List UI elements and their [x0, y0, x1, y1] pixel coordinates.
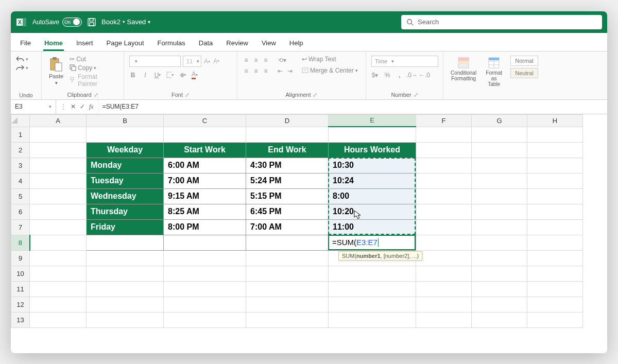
cell-G3[interactable]	[472, 158, 527, 173]
cell-B13[interactable]	[87, 312, 164, 327]
col-header-C[interactable]: C	[164, 114, 246, 127]
cell-B4[interactable]: Tuesday	[87, 173, 164, 188]
cell-G5[interactable]	[472, 188, 527, 204]
border-button[interactable]: ▾	[166, 72, 174, 79]
namebox-expand-icon[interactable]: ⋮	[60, 103, 66, 110]
clipboard-launcher[interactable]: ⤢	[94, 92, 98, 98]
comma-icon[interactable]: ,	[396, 72, 403, 79]
formula-input[interactable]: =SUM(E3:E7	[98, 103, 143, 110]
cell-A4[interactable]	[30, 173, 87, 188]
row-header-7[interactable]: 7	[11, 219, 30, 235]
number-format-select[interactable]: Time	[371, 56, 438, 67]
tab-insert[interactable]: Insert	[75, 35, 94, 51]
cell-C7[interactable]: 8:00 PM	[164, 219, 246, 235]
cell-G1[interactable]	[472, 127, 527, 142]
row-header-10[interactable]: 10	[11, 266, 30, 281]
align-middle-icon[interactable]: ≡	[252, 57, 260, 64]
cell-C12[interactable]	[164, 297, 246, 312]
font-color-button[interactable]: A▾	[191, 72, 198, 79]
cell-E7[interactable]: 11:00	[329, 219, 416, 235]
col-header-F[interactable]: F	[416, 114, 472, 127]
cell-G9[interactable]	[472, 250, 527, 266]
format-painter-button[interactable]: Format Painter	[70, 73, 118, 88]
cell-C8[interactable]	[164, 235, 246, 250]
align-bottom-icon[interactable]: ≡	[262, 57, 269, 64]
cell-G10[interactable]	[472, 266, 527, 281]
cell-H11[interactable]	[527, 281, 583, 297]
decrease-font-icon[interactable]: A▾	[213, 58, 220, 65]
cell-H6[interactable]	[527, 204, 583, 219]
paste-button[interactable]: Paste ▾	[47, 56, 65, 86]
cell-G13[interactable]	[472, 312, 527, 327]
increase-decimal-icon[interactable]: .0→	[408, 72, 416, 79]
cell-F13[interactable]	[416, 312, 472, 327]
name-box[interactable]: E3 ▾	[11, 100, 56, 114]
cell-H8[interactable]	[527, 235, 583, 250]
tab-home[interactable]: Home	[43, 35, 64, 51]
cell-D11[interactable]	[246, 281, 329, 297]
tab-page-layout[interactable]: Page Layout	[106, 35, 145, 51]
font-launcher[interactable]: ⤢	[185, 92, 190, 98]
alignment-launcher[interactable]: ⤢	[313, 92, 317, 98]
italic-button[interactable]: I	[142, 72, 149, 79]
cell-H13[interactable]	[527, 312, 583, 327]
cell-A1[interactable]	[30, 127, 87, 142]
cell-B1[interactable]	[87, 127, 164, 142]
cell-F9[interactable]	[416, 250, 472, 266]
cell-B9[interactable]	[87, 250, 164, 266]
row-header-13[interactable]: 13	[11, 312, 30, 327]
copy-button[interactable]: Copy ▾	[70, 64, 118, 72]
orientation-icon[interactable]: ⟲▾	[279, 57, 286, 64]
cell-E11[interactable]	[329, 281, 416, 297]
row-header-12[interactable]: 12	[11, 297, 30, 312]
col-header-A[interactable]: A	[30, 114, 87, 127]
cell-C3[interactable]: 6:00 AM	[164, 158, 246, 173]
tab-data[interactable]: Data	[198, 35, 214, 51]
cell-D5[interactable]: 5:15 PM	[246, 188, 329, 204]
cancel-formula-icon[interactable]: ✕	[71, 103, 76, 110]
cell-E4[interactable]: 10:24	[329, 173, 416, 188]
wrap-text-button[interactable]: ↩ Wrap Text	[302, 56, 358, 63]
row-header-3[interactable]: 3	[11, 158, 30, 173]
fill-color-button[interactable]: ▾	[179, 72, 186, 79]
col-header-G[interactable]: G	[472, 114, 527, 127]
cell-B2[interactable]: Weekday	[87, 142, 164, 158]
cell-F6[interactable]	[416, 204, 472, 219]
style-normal[interactable]: Normal	[510, 56, 538, 66]
undo-button[interactable]: ▾	[16, 56, 28, 63]
cell-A10[interactable]	[30, 266, 87, 281]
col-header-H[interactable]: H	[527, 114, 583, 127]
font-size-select[interactable]: 11	[183, 56, 201, 67]
cell-D1[interactable]	[246, 127, 329, 142]
cell-F1[interactable]	[416, 127, 472, 142]
increase-indent-icon[interactable]: ⇥	[286, 67, 294, 75]
tab-help[interactable]: Help	[288, 35, 304, 51]
cell-C10[interactable]	[164, 266, 246, 281]
cell-F2[interactable]	[416, 142, 472, 158]
cell-A8[interactable]	[30, 235, 87, 250]
cell-G8[interactable]	[472, 235, 527, 250]
tab-file[interactable]: File	[19, 35, 32, 51]
col-header-D[interactable]: D	[246, 114, 329, 127]
cell-B11[interactable]	[87, 281, 164, 297]
cell-A2[interactable]	[30, 142, 87, 158]
cell-A3[interactable]	[30, 158, 87, 173]
align-center-icon[interactable]: ≡	[252, 67, 260, 75]
cell-H1[interactable]	[527, 127, 583, 142]
cell-B8[interactable]	[87, 235, 164, 250]
cell-B5[interactable]: Wednesday	[87, 188, 164, 204]
percent-icon[interactable]: %	[384, 72, 391, 79]
cell-D2[interactable]: End Work	[246, 142, 329, 158]
cell-F7[interactable]	[416, 219, 472, 235]
cell-H10[interactable]	[527, 266, 583, 281]
underline-button[interactable]: U▾	[154, 72, 161, 79]
cell-B7[interactable]: Friday	[87, 219, 164, 235]
row-header-2[interactable]: 2	[11, 142, 30, 158]
cell-A13[interactable]	[30, 312, 87, 327]
cell-D10[interactable]	[246, 266, 329, 281]
cell-G7[interactable]	[472, 219, 527, 235]
cell-G11[interactable]	[472, 281, 527, 297]
cell-H5[interactable]	[527, 188, 583, 204]
row-header-11[interactable]: 11	[11, 281, 30, 297]
cell-H4[interactable]	[527, 173, 583, 188]
